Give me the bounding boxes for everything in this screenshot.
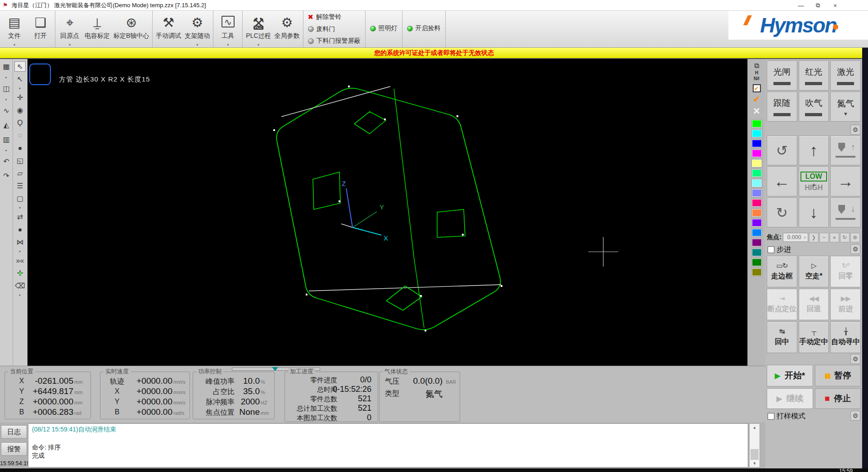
tool-caret[interactable]: ▸ — [5, 149, 7, 152]
dropdown-caret-icon[interactable]: ▾ — [69, 43, 71, 47]
tool-circle-filled[interactable]: ● — [14, 143, 26, 153]
jog-z-up-button[interactable]: ↑ — [830, 136, 861, 165]
shutter-toggle-button[interactable]: 光闸 — [767, 61, 797, 91]
focus-cancel-button[interactable]: ⊗ — [850, 233, 860, 242]
tool-hatch[interactable]: ◭ — [1, 120, 12, 130]
log-scrollbar[interactable]: ▲ ▼ — [749, 423, 760, 467]
tool-caret[interactable]: ▸ — [19, 250, 21, 253]
color-swatch[interactable] — [752, 179, 762, 187]
color-swatch[interactable] — [752, 189, 762, 197]
dropdown-caret-icon[interactable]: ▾ — [14, 43, 15, 47]
layers-icon[interactable]: ⧉ — [754, 62, 759, 70]
dropdown-caret-icon[interactable]: ▾ — [227, 43, 229, 47]
tool-curve[interactable]: ∿ — [1, 105, 12, 116]
gas-type-dropdown-button[interactable]: 氮气 ▾ — [830, 92, 861, 122]
resume-button[interactable]: ▶ 继续 — [767, 388, 813, 409]
scroll-up-icon[interactable]: ▲ — [750, 425, 760, 430]
pause-button[interactable]: ▮▮ 暂停 — [815, 365, 861, 386]
tool-align-center[interactable]: »« — [14, 255, 26, 266]
sort-n-icon[interactable]: N# — [754, 76, 760, 82]
tool-measure[interactable]: ▥ — [1, 134, 12, 145]
tool-droplet[interactable]: ● — [14, 224, 26, 235]
layer-checkbox[interactable]: ✔ — [753, 84, 761, 92]
tool-caret[interactable]: ▸ — [5, 76, 7, 79]
minimize-button[interactable]: — — [794, 0, 808, 10]
dry-run-button[interactable]: ▷ 空走* — [799, 256, 829, 287]
global-params-button[interactable]: ⚙ 全局参数 — [275, 12, 300, 45]
open-button[interactable]: ❏ 打开 — [29, 12, 52, 45]
jog-rotate-plus-button[interactable]: ↺ + — [767, 136, 797, 165]
sample-mode-checkbox[interactable] — [768, 413, 774, 420]
return-center-button[interactable]: ↹ 回中 — [767, 322, 797, 353]
focus-reset-button[interactable]: ↻ — [840, 233, 850, 242]
file-button[interactable]: ▤ 文件 ▾ — [3, 12, 26, 45]
run-settings-gear[interactable]: ⚙ — [850, 411, 860, 421]
color-swatch[interactable] — [752, 259, 762, 266]
jog-up-button[interactable]: ↑ — [799, 136, 829, 165]
support-follow-button[interactable]: ⚙ 支架随动 ▾ — [185, 12, 210, 45]
jog-right-button[interactable]: → — [830, 167, 861, 196]
close-button[interactable]: × — [828, 0, 842, 10]
tool-dashes[interactable]: ☰ — [14, 181, 26, 191]
dropdown-caret-icon[interactable]: ▾ — [258, 43, 259, 47]
scrollbar-thumb[interactable] — [750, 449, 759, 460]
manual-center-button[interactable]: ┬ 手动定中 — [799, 322, 829, 353]
step-back-button[interactable]: ◀◀ 回退 — [799, 289, 829, 320]
tool-view-3d[interactable]: ◫ — [1, 83, 12, 94]
color-swatch[interactable] — [752, 169, 762, 177]
focus-go-button[interactable]: ❯ — [809, 233, 818, 242]
blow-air-toggle-button[interactable]: 吹气 — [799, 92, 829, 122]
apply-check-icon[interactable]: ✔ — [753, 94, 760, 105]
color-swatch[interactable] — [752, 140, 762, 147]
illumination-toggle[interactable]: 照明灯 — [370, 24, 398, 32]
dismiss-alarm-toggle[interactable]: ✖ 解除警铃 — [308, 13, 361, 21]
tool-view-eye[interactable]: ◉ — [14, 105, 26, 115]
dropdown-caret-icon[interactable]: ▾ — [196, 43, 198, 47]
tab-log[interactable]: 日志 — [1, 425, 27, 439]
tool-eraser[interactable]: ⌫ — [14, 281, 26, 291]
tool-zoom[interactable]: Ϙ — [14, 118, 26, 128]
color-swatch[interactable] — [752, 199, 762, 207]
focus-minus-button[interactable]: − — [819, 233, 829, 242]
tool-pan[interactable]: ✛ — [14, 92, 26, 103]
scroll-down-icon[interactable]: ▼ — [750, 461, 760, 466]
no-color-icon[interactable]: × — [753, 105, 760, 118]
tool-caret[interactable]: ▸ — [19, 293, 21, 297]
tool-caret[interactable]: ▸ — [5, 98, 7, 101]
focus-plus-button[interactable]: ＋ — [830, 233, 839, 242]
tool-pattern-grid[interactable]: ▦ — [1, 61, 12, 72]
tool-fit-view[interactable]: ◱ — [14, 155, 26, 166]
auto-center-button[interactable]: ╁ 自动寻中 — [830, 322, 861, 353]
red-light-toggle-button[interactable]: 红光 — [799, 61, 829, 91]
log-content[interactable]: (08/12 15:59:41)自动润滑结束 命令: 排序 完成 — [28, 423, 748, 467]
jog-z-down-button[interactable]: ↓ — [830, 198, 861, 227]
color-swatch[interactable] — [752, 229, 762, 236]
tool-select[interactable]: ⇖ — [14, 61, 26, 72]
jog-settings-gear[interactable]: ⚙ — [850, 244, 860, 254]
color-swatch[interactable] — [752, 120, 762, 127]
color-swatch[interactable] — [752, 150, 762, 157]
color-swatch[interactable] — [752, 219, 762, 227]
color-swatch[interactable] — [752, 159, 762, 167]
unload-door-alarm-mask-toggle[interactable]: 下料门报警屏蔽 — [308, 37, 361, 45]
color-swatch[interactable] — [752, 249, 762, 256]
breakpoint-locate-button[interactable]: ⇥ 断点定位 — [767, 289, 797, 320]
sort-h-icon[interactable]: H — [755, 70, 758, 76]
tool-redo[interactable]: ↷ — [1, 171, 12, 181]
tools-button[interactable]: ∿ 工具 ▾ — [217, 12, 239, 45]
plc-process-button[interactable]: ⚒ PLC PLC过程 ▾ — [246, 12, 271, 45]
return-zero-button[interactable]: ↻⁰ 回零 — [830, 256, 861, 287]
tool-caret[interactable]: ▸ — [19, 206, 21, 209]
motion-settings-gear[interactable]: ⚙ — [850, 354, 860, 364]
color-swatch[interactable] — [752, 239, 762, 246]
color-swatch[interactable] — [752, 268, 762, 276]
tool-sequence-frame[interactable]: ▱ — [14, 168, 26, 178]
maximize-button[interactable]: ⧉ — [811, 0, 825, 10]
stop-button[interactable]: ■ 停止 — [815, 388, 861, 409]
tool-caret[interactable]: ▸ — [19, 86, 21, 90]
laser-toggle-button[interactable]: 激光 — [830, 61, 861, 91]
manual-debug-button[interactable]: ⚒ 手动调试 — [156, 12, 181, 45]
follow-toggle-button[interactable]: 跟随 — [767, 92, 797, 122]
tool-dashed-frame[interactable]: ▢ — [14, 193, 26, 204]
jog-left-button[interactable]: ← — [767, 167, 797, 196]
